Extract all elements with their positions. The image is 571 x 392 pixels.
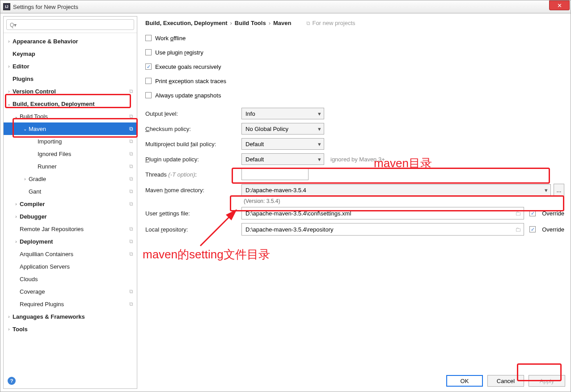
- sidebar-item-keymap[interactable]: Keymap: [4, 47, 137, 60]
- use-plugin-registry-checkbox[interactable]: [145, 49, 152, 55]
- maven-home-select[interactable]: D:/apache-maven-3.5.4: [241, 184, 551, 196]
- breadcrumb-part[interactable]: Build, Execution, Deployment: [145, 20, 227, 26]
- execute-goals-checkbox[interactable]: ✓: [145, 63, 152, 70]
- user-settings-override[interactable]: ✓ Override: [529, 210, 564, 217]
- browse-button[interactable]: ...: [554, 184, 564, 196]
- sidebar-item-label: Compiler: [20, 201, 129, 207]
- sidebar-item-clouds[interactable]: Clouds: [4, 273, 137, 285]
- always-update-checkbox[interactable]: [145, 92, 152, 98]
- sidebar-item-gradle[interactable]: ›Gradle⧉: [4, 173, 137, 185]
- user-settings-label: User settings file:: [145, 210, 241, 217]
- threads-row: Threads (-T option):: [145, 169, 564, 180]
- sidebar-item-deployment[interactable]: ›Deployment⧉: [4, 235, 137, 248]
- sidebar-item-build-execution-deployment[interactable]: ⌄Build, Execution, Deployment: [4, 97, 137, 110]
- threads-input[interactable]: [241, 169, 309, 180]
- breadcrumb-sep: ›: [230, 20, 232, 26]
- help-icon[interactable]: ?: [8, 377, 16, 385]
- use-plugin-registry-label: Use plugin registry: [155, 49, 203, 56]
- sidebar-item-compiler[interactable]: ›Compiler⧉: [4, 198, 137, 210]
- sidebar-item-plugins[interactable]: Plugins: [4, 72, 137, 85]
- override-checkbox[interactable]: ✓: [529, 226, 536, 232]
- sidebar-item-build-tools[interactable]: ⌄Build Tools⧉: [4, 110, 137, 122]
- print-exception-row: Print exception stack traces: [145, 76, 564, 86]
- sidebar-item-coverage[interactable]: Coverage⧉: [4, 285, 137, 298]
- copy-icon: ⧉: [129, 188, 133, 194]
- sidebar-item-label: Languages & Frameworks: [13, 313, 133, 320]
- execute-goals-row: ✓ Execute goals recursively: [145, 61, 564, 72]
- sidebar-item-required-plugins[interactable]: Required Plugins⧉: [4, 298, 137, 310]
- sidebar-item-ignored-files[interactable]: Ignored Files⧉: [4, 148, 137, 160]
- breadcrumb-part[interactable]: Maven: [273, 20, 291, 26]
- sidebar-item-editor[interactable]: ›Editor: [4, 60, 137, 72]
- sidebar-item-label: Plugins: [13, 76, 133, 82]
- sidebar-item-remote-jar-repositories[interactable]: Remote Jar Repositories⧉: [4, 223, 137, 235]
- work-offline-row: Work offline: [145, 33, 564, 43]
- checksum-policy-select[interactable]: No Global Policy: [241, 123, 324, 135]
- sidebar-item-debugger[interactable]: ›Debugger: [4, 210, 137, 223]
- sidebar-item-label: Importing: [38, 138, 129, 145]
- apply-button[interactable]: Apply: [529, 375, 565, 387]
- folder-icon[interactable]: 🗀: [515, 210, 521, 217]
- settings-main: Build, Execution, Deployment › Build Too…: [140, 16, 568, 371]
- sidebar-item-label: Coverage: [20, 288, 129, 295]
- local-repo-override[interactable]: ✓ Override: [529, 226, 564, 233]
- chevron-icon: ›: [13, 202, 20, 207]
- sidebar-item-label: Debugger: [20, 213, 133, 220]
- print-exception-checkbox[interactable]: [145, 78, 152, 84]
- user-settings-input[interactable]: D:\apache-maven-3.5.4\conf\settings.xml …: [241, 207, 524, 219]
- copy-icon: ⧉: [129, 176, 133, 182]
- copy-icon: ⧉: [129, 288, 133, 295]
- search-input[interactable]: [6, 19, 134, 30]
- threads-label: Threads (-T option):: [145, 171, 241, 178]
- copy-icon: ⧉: [129, 201, 133, 207]
- cancel-button[interactable]: Cancel: [487, 375, 524, 387]
- chevron-icon: ›: [5, 314, 13, 319]
- local-repo-row: Local repository: D:\apache-maven-3.5.4\…: [145, 223, 564, 236]
- folder-icon[interactable]: 🗀: [515, 226, 521, 233]
- sidebar-item-version-control[interactable]: ›Version Control⧉: [4, 85, 137, 97]
- sidebar-item-runner[interactable]: Runner⧉: [4, 160, 137, 173]
- maven-home-label: Maven home directory:: [145, 187, 241, 194]
- window-title: Settings for New Projects: [13, 4, 78, 10]
- checksum-policy-row: Checksum policy: No Global Policy: [145, 123, 564, 135]
- breadcrumb: Build, Execution, Deployment › Build Too…: [145, 20, 564, 26]
- sidebar-item-application-servers[interactable]: Application Servers: [4, 260, 137, 273]
- execute-goals-label: Execute goals recursively: [155, 63, 221, 70]
- chevron-icon: ›: [5, 39, 13, 44]
- settings-tree[interactable]: ›Appearance & BehaviorKeymap›EditorPlugi…: [4, 33, 137, 337]
- ok-button[interactable]: OK: [446, 375, 483, 387]
- print-exception-label: Print exception stack traces: [155, 78, 226, 84]
- breadcrumb-part[interactable]: Build Tools: [235, 20, 266, 26]
- sidebar-item-label: Keymap: [13, 51, 133, 57]
- output-level-label: Output level:: [145, 110, 241, 117]
- sidebar-item-maven[interactable]: ⌄Maven⧉: [4, 122, 137, 135]
- sidebar-item-label: Gant: [29, 188, 129, 195]
- breadcrumb-sep: ›: [269, 20, 271, 26]
- sidebar-item-label: Maven: [29, 126, 129, 132]
- plugin-update-select[interactable]: Default: [241, 153, 324, 165]
- sidebar-item-label: Required Plugins: [20, 301, 129, 308]
- work-offline-checkbox[interactable]: [145, 35, 152, 41]
- copy-icon: ⧉: [129, 251, 133, 257]
- override-checkbox[interactable]: ✓: [529, 210, 536, 216]
- close-button[interactable]: ✕: [549, 0, 570, 10]
- multiproject-fail-row: Multiproject build fail policy: Default: [145, 138, 564, 150]
- chevron-icon: ⌄: [21, 126, 29, 131]
- multiproject-fail-select[interactable]: Default: [241, 138, 324, 150]
- output-level-select[interactable]: Info: [241, 108, 324, 119]
- sidebar-item-arquillian-containers[interactable]: Arquillian Containers⧉: [4, 248, 137, 260]
- chevron-icon: ›: [5, 64, 13, 69]
- sidebar-item-appearance-behavior[interactable]: ›Appearance & Behavior: [4, 35, 137, 47]
- copy-icon: ⧉: [129, 126, 133, 132]
- use-plugin-registry-row: Use plugin registry: [145, 47, 564, 58]
- sidebar-item-label: Arquillian Containers: [20, 251, 129, 257]
- sidebar-item-tools[interactable]: ›Tools: [4, 323, 137, 335]
- sidebar-item-gant[interactable]: Gant⧉: [4, 185, 137, 198]
- sidebar-item-importing[interactable]: Importing⧉: [4, 135, 137, 148]
- sidebar-item-label: Gradle: [29, 176, 129, 182]
- sidebar-item-languages-frameworks[interactable]: ›Languages & Frameworks: [4, 310, 137, 323]
- chevron-icon: ›: [13, 214, 20, 219]
- local-repo-input[interactable]: D:\apache-maven-3.5.4\repository 🗀: [241, 223, 524, 236]
- search-wrap: Q▾: [4, 17, 137, 33]
- app-icon: IJ: [3, 3, 10, 10]
